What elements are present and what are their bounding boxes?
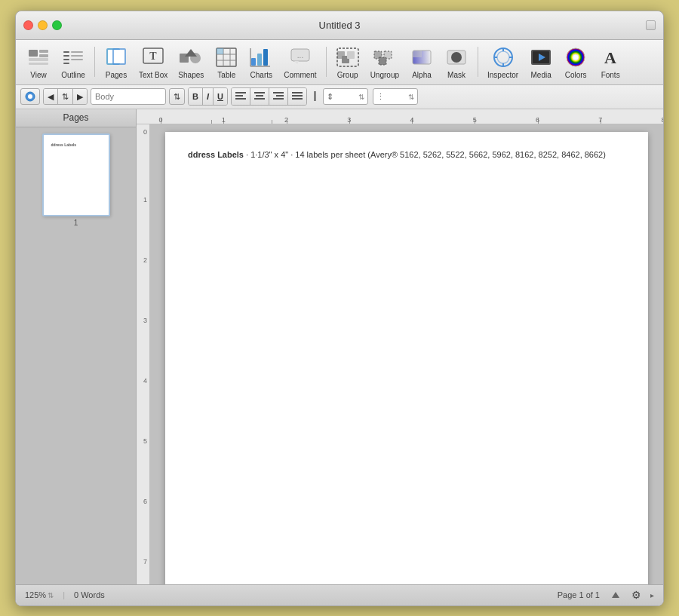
toolbar-table[interactable]: Table bbox=[210, 42, 243, 82]
svg-rect-73 bbox=[292, 95, 303, 97]
sidebar-content: ddress Labels 1 bbox=[16, 127, 136, 584]
svg-rect-28 bbox=[257, 54, 262, 66]
toolbar-outline[interactable]: Outline bbox=[57, 42, 90, 82]
bold-btn[interactable]: B bbox=[189, 88, 203, 105]
window-title: Untitled 3 bbox=[319, 20, 361, 31]
comment-icon: ... bbox=[288, 45, 312, 69]
svg-rect-10 bbox=[71, 59, 83, 60]
page-thumbnail[interactable]: ddress Labels 1 bbox=[42, 133, 110, 216]
underline-btn[interactable]: U bbox=[214, 88, 227, 105]
toolbar-textbox[interactable]: T Text Box bbox=[134, 42, 172, 82]
v-ruler-5: 5 bbox=[143, 437, 147, 445]
toolbar-media[interactable]: Media bbox=[524, 42, 558, 82]
word-count: 0 Words bbox=[74, 590, 105, 599]
svg-rect-68 bbox=[273, 92, 284, 93]
svg-marker-20 bbox=[185, 49, 197, 57]
align-right-btn[interactable] bbox=[269, 88, 288, 105]
document-page[interactable]: ddress Labels · 1·1/3" x 4" · 14 labels … bbox=[165, 132, 648, 584]
italic-btn[interactable]: I bbox=[203, 88, 214, 105]
charts-icon bbox=[249, 45, 273, 69]
svg-point-59 bbox=[28, 94, 32, 99]
svg-point-45 bbox=[451, 52, 462, 63]
separator-1 bbox=[94, 47, 95, 77]
v-ruler-7: 7 bbox=[143, 558, 147, 565]
line-height-control[interactable]: ⇕ ⇅ bbox=[323, 88, 368, 105]
toolbar-comment[interactable]: ... Comment bbox=[279, 42, 321, 82]
toolbar-shapes[interactable]: Shapes bbox=[174, 42, 208, 82]
cursor-icon: I bbox=[310, 89, 320, 105]
align-center-btn[interactable] bbox=[250, 88, 269, 105]
toolbar-pages[interactable]: Pages bbox=[100, 42, 133, 82]
svg-rect-0 bbox=[29, 50, 38, 57]
svg-rect-1 bbox=[39, 50, 48, 53]
svg-rect-8 bbox=[71, 55, 83, 57]
toolbar-charts[interactable]: Charts bbox=[244, 42, 278, 82]
media-label: Media bbox=[531, 71, 551, 79]
svg-rect-29 bbox=[263, 49, 268, 66]
svg-point-56 bbox=[573, 54, 579, 60]
minimize-button[interactable] bbox=[38, 20, 48, 30]
resize-button[interactable] bbox=[646, 20, 656, 30]
zoom-control[interactable]: 125% ⇅ bbox=[25, 590, 54, 599]
svg-rect-70 bbox=[273, 98, 284, 100]
toolbar-mask[interactable]: Mask bbox=[440, 42, 473, 82]
svg-rect-4 bbox=[29, 63, 48, 65]
style-input[interactable] bbox=[91, 88, 166, 105]
statusbar: 125% ⇅ | 0 Words Page 1 of 1 ⚙ ▸ bbox=[16, 584, 663, 605]
toolbar-fonts[interactable]: A Fonts bbox=[594, 42, 627, 82]
format-view-btn[interactable] bbox=[20, 88, 40, 105]
document-label-info: 1·1/3" x 4" · 14 labels per sheet (Avery… bbox=[250, 150, 606, 159]
svg-rect-41 bbox=[379, 57, 386, 65]
toolbar-ungroup[interactable]: Ungroup bbox=[366, 42, 404, 82]
separator-3 bbox=[478, 47, 478, 77]
toolbar-inspector[interactable]: Inspector bbox=[483, 42, 523, 82]
traffic-lights bbox=[23, 20, 62, 30]
table-icon bbox=[214, 45, 238, 69]
page-prev-btn[interactable]: ◀ bbox=[44, 88, 58, 105]
view-icon bbox=[26, 45, 51, 69]
align-left-btn[interactable] bbox=[232, 88, 250, 105]
svg-rect-66 bbox=[254, 98, 265, 100]
svg-rect-69 bbox=[276, 95, 284, 97]
textbox-icon: T bbox=[141, 45, 165, 69]
gear-icon[interactable]: ⚙ bbox=[631, 589, 641, 601]
table-label: Table bbox=[217, 71, 235, 79]
svg-point-47 bbox=[497, 51, 509, 63]
toolbar-view[interactable]: View bbox=[22, 42, 55, 82]
view-label: View bbox=[30, 71, 47, 79]
fonts-icon: A bbox=[598, 45, 622, 69]
svg-rect-11 bbox=[63, 63, 69, 64]
toolbar-group[interactable]: Group bbox=[331, 42, 364, 82]
svg-rect-64 bbox=[254, 92, 265, 93]
ruler-marks: 0 1 2 3 4 5 6 7 bbox=[161, 109, 663, 124]
svg-rect-37 bbox=[347, 51, 355, 59]
document-area: 0 1 2 3 4 5 6 7 bbox=[137, 109, 663, 584]
line-height-stepper: ⇅ bbox=[358, 93, 364, 101]
horizontal-ruler: 0 1 2 3 4 5 6 7 bbox=[137, 109, 663, 124]
toolbar-colors[interactable]: Colors bbox=[559, 42, 592, 82]
page-next-btn[interactable]: ▶ bbox=[73, 88, 87, 105]
inspector-label: Inspector bbox=[487, 71, 518, 79]
toolbar: View Outline bbox=[16, 40, 663, 85]
svg-rect-43 bbox=[413, 51, 422, 57]
svg-text:T: T bbox=[150, 51, 158, 62]
vertical-ruler: 0 1 2 3 4 5 6 7 bbox=[137, 124, 150, 584]
maximize-button[interactable] bbox=[52, 20, 62, 30]
v-ruler-4: 4 bbox=[143, 377, 147, 385]
spacing-control[interactable]: ⋮ ⇅ bbox=[373, 88, 418, 105]
style-stepper[interactable]: ⇅ bbox=[169, 88, 185, 105]
svg-rect-65 bbox=[256, 95, 263, 97]
status-separator-1: | bbox=[63, 590, 65, 599]
close-button[interactable] bbox=[23, 20, 33, 30]
line-height-label: ⇕ bbox=[327, 92, 333, 102]
svg-text:...: ... bbox=[297, 51, 303, 60]
mask-label: Mask bbox=[447, 71, 465, 79]
page-stepper-btn[interactable]: ⇅ bbox=[58, 88, 73, 105]
align-justify-btn[interactable] bbox=[288, 88, 306, 105]
svg-rect-62 bbox=[235, 98, 246, 100]
svg-rect-27 bbox=[251, 58, 256, 66]
toolbar-alpha[interactable]: Alpha bbox=[405, 42, 438, 82]
page-scroll-area[interactable]: ddress Labels · 1·1/3" x 4" · 14 labels … bbox=[150, 124, 663, 584]
text-style-group: B I U bbox=[188, 87, 228, 106]
spacing-label: ⋮ bbox=[376, 92, 385, 102]
